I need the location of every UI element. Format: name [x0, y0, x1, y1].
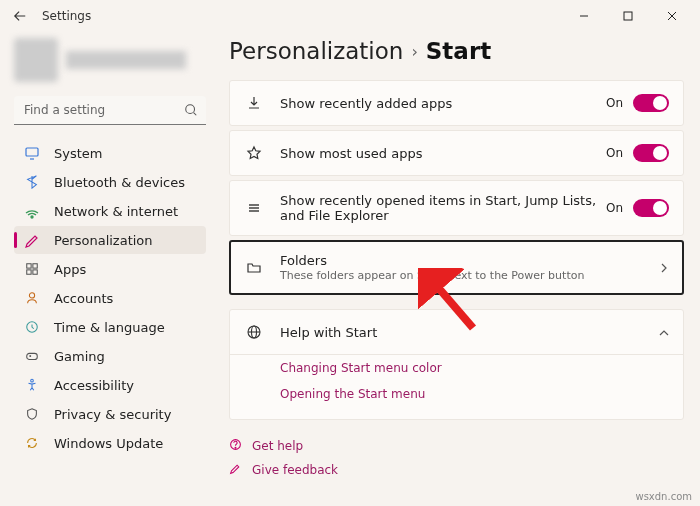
accounts-icon	[24, 290, 40, 306]
nav-accessibility[interactable]: Accessibility	[14, 371, 206, 399]
nav-label: Accounts	[54, 291, 113, 306]
nav-label: Apps	[54, 262, 86, 277]
nav-privacy[interactable]: Privacy & security	[14, 400, 206, 428]
breadcrumb: Personalization › Start	[229, 38, 684, 64]
card-title: Show most used apps	[280, 146, 606, 161]
network-icon	[24, 203, 40, 219]
nav-label: Personalization	[54, 233, 153, 248]
bluetooth-icon	[24, 174, 40, 190]
nav-update[interactable]: Windows Update	[14, 429, 206, 457]
feedback-icon	[229, 462, 242, 478]
svg-point-8	[31, 216, 33, 218]
chevron-right-icon: ›	[411, 42, 417, 61]
update-icon	[24, 435, 40, 451]
give-feedback-label: Give feedback	[252, 463, 338, 477]
privacy-icon	[24, 406, 40, 422]
username-redacted	[66, 51, 186, 69]
watermark: wsxdn.com	[635, 491, 692, 502]
folder-icon	[244, 258, 264, 278]
nav-personalization[interactable]: Personalization	[14, 226, 206, 254]
toggle-label: On	[606, 201, 623, 215]
titlebar: Settings	[0, 0, 700, 32]
nav-label: Windows Update	[54, 436, 163, 451]
svg-point-4	[186, 105, 195, 114]
setting-recently-opened-items[interactable]: Show recently opened items in Start, Jum…	[229, 180, 684, 236]
setting-folders[interactable]: Folders These folders appear on Start ne…	[229, 240, 684, 295]
chevron-up-icon	[659, 323, 669, 342]
gaming-icon	[24, 348, 40, 364]
card-title: Folders	[280, 253, 659, 268]
setting-recently-added-apps[interactable]: Show recently added apps On	[229, 80, 684, 126]
maximize-button[interactable]	[606, 2, 650, 30]
sidebar: System Bluetooth & devices Network & int…	[0, 32, 215, 506]
card-title: Show recently opened items in Start, Jum…	[280, 193, 606, 223]
get-help-link[interactable]: Get help	[229, 434, 684, 458]
svg-point-26	[235, 447, 236, 448]
get-help-label: Get help	[252, 439, 303, 453]
search-input[interactable]	[14, 96, 206, 125]
search-icon	[184, 102, 198, 121]
close-button[interactable]	[650, 2, 694, 30]
card-title: Show recently added apps	[280, 96, 606, 111]
system-icon	[24, 145, 40, 161]
breadcrumb-current: Start	[426, 38, 491, 64]
help-icon	[229, 438, 242, 454]
help-header[interactable]: Help with Start	[230, 310, 683, 354]
nav-accounts[interactable]: Accounts	[14, 284, 206, 312]
toggle-label: On	[606, 96, 623, 110]
svg-point-13	[29, 293, 34, 298]
help-section: Help with Start Changing Start menu colo…	[229, 309, 684, 420]
svg-rect-1	[624, 12, 632, 20]
svg-rect-11	[27, 270, 31, 274]
help-link-color[interactable]: Changing Start menu color	[280, 355, 669, 381]
svg-rect-9	[27, 264, 31, 268]
svg-rect-12	[33, 270, 37, 274]
toggle-switch[interactable]	[633, 94, 669, 112]
user-profile[interactable]	[14, 38, 215, 82]
personalization-icon	[24, 232, 40, 248]
svg-rect-6	[26, 148, 38, 156]
toggle-switch[interactable]	[633, 199, 669, 217]
nav-label: Time & language	[54, 320, 165, 335]
nav-apps[interactable]: Apps	[14, 255, 206, 283]
list-icon	[244, 198, 264, 218]
nav-label: Bluetooth & devices	[54, 175, 185, 190]
nav-label: Network & internet	[54, 204, 178, 219]
card-subtitle: These folders appear on Start next to th…	[280, 269, 659, 282]
minimize-button[interactable]	[562, 2, 606, 30]
toggle-label: On	[606, 146, 623, 160]
apps-icon	[24, 261, 40, 277]
globe-icon	[244, 322, 264, 342]
nav-bluetooth[interactable]: Bluetooth & devices	[14, 168, 206, 196]
nav-gaming[interactable]: Gaming	[14, 342, 206, 370]
svg-point-18	[31, 379, 34, 382]
download-icon	[244, 93, 264, 113]
accessibility-icon	[24, 377, 40, 393]
nav-label: System	[54, 146, 102, 161]
help-title: Help with Start	[280, 325, 659, 340]
main-panel: Personalization › Start Show recently ad…	[215, 32, 700, 506]
nav-label: Accessibility	[54, 378, 134, 393]
svg-rect-10	[33, 264, 37, 268]
back-button[interactable]	[6, 2, 34, 30]
window-title: Settings	[42, 9, 91, 23]
nav-label: Gaming	[54, 349, 105, 364]
nav-system[interactable]: System	[14, 139, 206, 167]
nav-network[interactable]: Network & internet	[14, 197, 206, 225]
breadcrumb-parent[interactable]: Personalization	[229, 38, 403, 64]
give-feedback-link[interactable]: Give feedback	[229, 458, 684, 482]
help-link-open[interactable]: Opening the Start menu	[280, 381, 669, 407]
avatar	[14, 38, 58, 82]
nav-label: Privacy & security	[54, 407, 171, 422]
toggle-switch[interactable]	[633, 144, 669, 162]
svg-line-5	[194, 113, 197, 116]
svg-rect-15	[27, 353, 38, 359]
star-icon	[244, 143, 264, 163]
chevron-right-icon	[659, 258, 669, 277]
nav-time[interactable]: Time & language	[14, 313, 206, 341]
setting-most-used-apps[interactable]: Show most used apps On	[229, 130, 684, 176]
time-icon	[24, 319, 40, 335]
